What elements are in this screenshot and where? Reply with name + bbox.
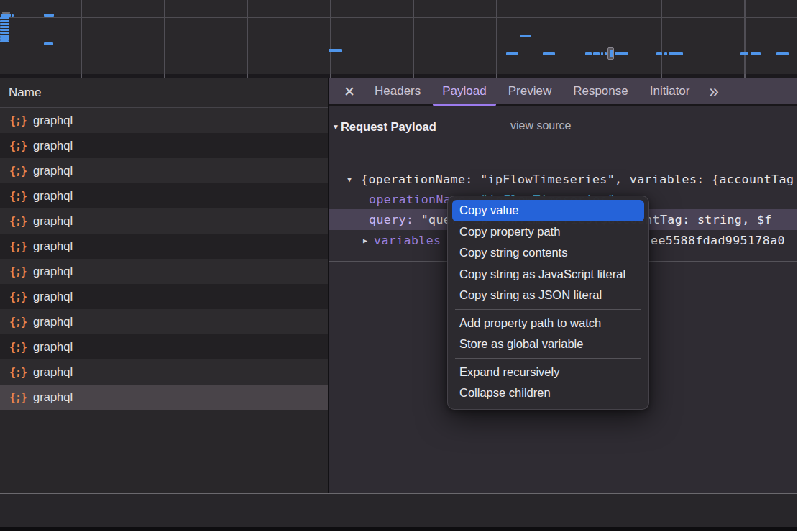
request-row[interactable]: {;}graphql bbox=[0, 284, 328, 309]
network-overview-timeline[interactable] bbox=[0, 0, 797, 74]
collapse-triangle-icon: ▼ bbox=[332, 123, 339, 131]
json-braces-icon: {;} bbox=[9, 165, 27, 178]
tab-initiator[interactable]: Initiator bbox=[641, 78, 700, 104]
more-tabs-chevron-icon[interactable]: » bbox=[709, 83, 718, 100]
overview-horizontal-gridline bbox=[0, 17, 797, 18]
request-name: graphql bbox=[33, 164, 73, 178]
request-row[interactable]: {;}graphql bbox=[0, 334, 328, 359]
timeline-bar bbox=[520, 35, 531, 37]
menu-item-store-as-global-variable[interactable]: Store as global variable bbox=[452, 334, 644, 355]
expander-down-icon[interactable]: ▼ bbox=[347, 175, 352, 183]
json-braces-icon: {;} bbox=[9, 114, 27, 127]
timeline-bar bbox=[506, 52, 518, 55]
timeline-bar bbox=[0, 40, 9, 42]
timeline-bar bbox=[543, 52, 555, 55]
timeline-bar bbox=[329, 49, 342, 52]
menu-separator bbox=[455, 309, 641, 310]
request-row[interactable]: {;}graphql bbox=[0, 158, 328, 183]
root-object-preview: {operationName: "ipFlowTimeseries", vari… bbox=[361, 173, 794, 186]
menu-item-copy-value[interactable]: Copy value bbox=[452, 200, 644, 221]
request-row[interactable]: {;}graphql bbox=[0, 108, 328, 133]
timeline-bar bbox=[0, 26, 9, 28]
json-braces-icon: {;} bbox=[9, 215, 27, 228]
request-row[interactable]: {;}graphql bbox=[0, 309, 328, 334]
timeline-bar bbox=[0, 17, 9, 19]
json-braces-icon: {;} bbox=[9, 366, 27, 379]
timeline-bar bbox=[0, 32, 9, 34]
timeline-bar bbox=[664, 52, 667, 55]
property-key: variables bbox=[374, 234, 441, 247]
request-name: graphql bbox=[33, 139, 73, 152]
detail-tab-bar: ✕ HeadersPayloadPreviewResponseInitiator… bbox=[329, 78, 797, 106]
json-braces-icon: {;} bbox=[9, 290, 27, 303]
menu-item-collapse-children[interactable]: Collapse children bbox=[452, 382, 644, 404]
request-payload-section-header[interactable]: ▼ Request Payload bbox=[332, 118, 436, 135]
timeline-bar bbox=[0, 37, 9, 40]
payload-root-row[interactable]: ▼ {operationName: "ipFlowTimeseries", va… bbox=[329, 169, 797, 189]
timeline-bar bbox=[776, 52, 789, 55]
request-row[interactable]: {;}graphql bbox=[0, 133, 328, 158]
request-row[interactable]: {;}graphql bbox=[0, 234, 328, 259]
json-braces-icon: {;} bbox=[9, 139, 27, 152]
request-row[interactable]: {;}graphql bbox=[0, 385, 328, 410]
request-row[interactable]: {;}graphql bbox=[0, 359, 328, 385]
devtools-network-panel: Name {;}graphql{;}graphql{;}graphql{;}gr… bbox=[0, 0, 797, 531]
menu-item-copy-string-contents[interactable]: Copy string contents bbox=[452, 242, 644, 264]
timeline-bar bbox=[0, 23, 9, 25]
timeline-bar bbox=[44, 14, 54, 17]
menu-item-add-property-path-to-watch[interactable]: Add property path to watch bbox=[452, 313, 644, 334]
close-icon[interactable]: ✕ bbox=[338, 80, 361, 103]
menu-item-copy-string-as-javascript-literal[interactable]: Copy string as JavaScript literal bbox=[452, 264, 644, 285]
request-row[interactable]: {;}graphql bbox=[0, 183, 328, 208]
timeline-bar bbox=[1, 14, 11, 17]
json-braces-icon: {;} bbox=[9, 240, 27, 253]
timeline-bar bbox=[751, 52, 761, 55]
request-name: graphql bbox=[33, 265, 73, 278]
overview-marker-tick bbox=[610, 50, 613, 57]
detail-tabs: HeadersPayloadPreviewResponseInitiator bbox=[365, 78, 702, 104]
json-braces-icon: {;} bbox=[9, 341, 27, 354]
timeline-bar bbox=[656, 52, 662, 55]
request-name: graphql bbox=[33, 390, 73, 404]
request-row[interactable]: {;}graphql bbox=[0, 208, 328, 234]
bottom-bar bbox=[0, 527, 797, 531]
view-source-link[interactable]: view source bbox=[510, 119, 571, 132]
timeline-bar bbox=[0, 29, 9, 31]
menu-item-copy-string-as-json-literal[interactable]: Copy string as JSON literal bbox=[452, 285, 644, 306]
request-name: graphql bbox=[33, 114, 73, 127]
timeline-bar bbox=[0, 35, 9, 37]
summary-footer bbox=[0, 494, 797, 527]
request-name: graphql bbox=[33, 239, 73, 253]
overview-selection-marker bbox=[607, 47, 614, 60]
menu-separator bbox=[455, 358, 641, 359]
section-title: Request Payload bbox=[341, 120, 436, 134]
timeline-bar bbox=[44, 42, 53, 45]
json-braces-icon: {;} bbox=[9, 265, 27, 278]
menu-item-expand-recursively[interactable]: Expand recursively bbox=[452, 362, 644, 383]
timeline-bar bbox=[12, 14, 14, 17]
timeline-bar bbox=[669, 52, 683, 55]
expander-right-icon[interactable]: ▶ bbox=[363, 237, 367, 244]
property-key: query: bbox=[369, 213, 413, 226]
tab-response[interactable]: Response bbox=[564, 78, 638, 104]
request-list-pane: Name {;}graphql{;}graphql{;}graphql{;}gr… bbox=[0, 78, 328, 493]
timeline-bar bbox=[0, 20, 9, 22]
tab-headers[interactable]: Headers bbox=[365, 78, 430, 104]
variables-preview-tail: ee5588fdad995178a0 bbox=[651, 234, 785, 247]
tab-preview[interactable]: Preview bbox=[499, 78, 561, 104]
menu-item-copy-property-path[interactable]: Copy property path bbox=[452, 221, 644, 243]
timeline-bar bbox=[585, 52, 592, 55]
timeline-bar bbox=[740, 52, 748, 55]
context-menu: Copy valueCopy property pathCopy string … bbox=[447, 196, 649, 410]
request-rows: {;}graphql{;}graphql{;}graphql{;}graphql… bbox=[0, 108, 328, 410]
request-name: graphql bbox=[33, 290, 73, 303]
request-name: graphql bbox=[33, 365, 73, 379]
timeline-bar bbox=[615, 52, 628, 55]
request-name: graphql bbox=[33, 315, 73, 329]
request-row[interactable]: {;}graphql bbox=[0, 259, 328, 284]
json-braces-icon: {;} bbox=[9, 316, 27, 329]
request-name: graphql bbox=[33, 189, 73, 203]
column-header-name[interactable]: Name bbox=[0, 78, 328, 108]
timeline-bar bbox=[601, 52, 603, 55]
tab-payload[interactable]: Payload bbox=[433, 78, 495, 104]
